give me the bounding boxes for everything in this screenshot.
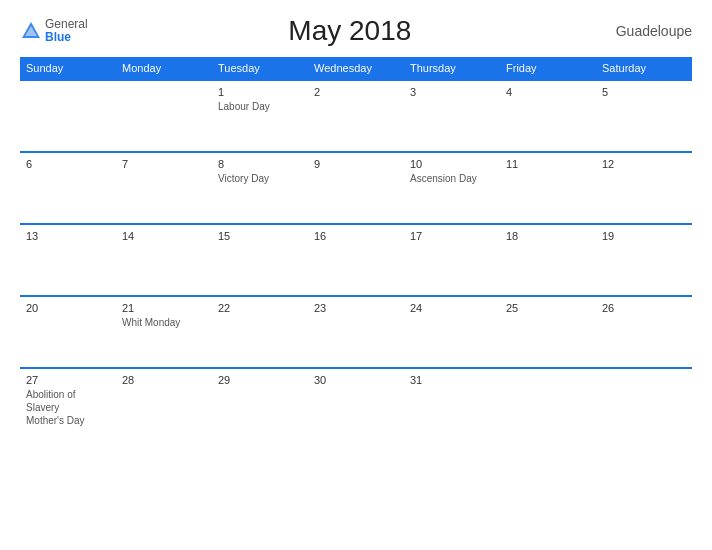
day-number: 6 [26, 158, 110, 170]
day-number: 8 [218, 158, 302, 170]
day-cell: 16 [308, 224, 404, 296]
day-number: 16 [314, 230, 398, 242]
day-cell: 25 [500, 296, 596, 368]
day-number: 26 [602, 302, 686, 314]
logo: General Blue [20, 18, 88, 44]
day-cell [116, 80, 212, 152]
col-friday: Friday [500, 57, 596, 80]
days-header-row: Sunday Monday Tuesday Wednesday Thursday… [20, 57, 692, 80]
day-number: 11 [506, 158, 590, 170]
day-cell: 7 [116, 152, 212, 224]
day-number: 3 [410, 86, 494, 98]
day-cell: 28 [116, 368, 212, 440]
day-number: 27 [26, 374, 110, 386]
logo-blue: Blue [45, 31, 88, 44]
week-row-3: 2021Whit Monday2223242526 [20, 296, 692, 368]
day-number: 4 [506, 86, 590, 98]
holiday-label: Abolition of Slavery [26, 388, 110, 414]
holiday-label: Mother's Day [26, 414, 110, 427]
day-cell: 17 [404, 224, 500, 296]
day-number: 31 [410, 374, 494, 386]
col-sunday: Sunday [20, 57, 116, 80]
day-cell: 21Whit Monday [116, 296, 212, 368]
day-number: 18 [506, 230, 590, 242]
day-cell: 9 [308, 152, 404, 224]
day-cell: 24 [404, 296, 500, 368]
day-cell: 12 [596, 152, 692, 224]
day-cell: 14 [116, 224, 212, 296]
day-cell: 11 [500, 152, 596, 224]
day-number: 5 [602, 86, 686, 98]
day-cell: 10Ascension Day [404, 152, 500, 224]
day-cell: 20 [20, 296, 116, 368]
country-label: Guadeloupe [612, 23, 692, 39]
day-number: 20 [26, 302, 110, 314]
calendar-body: 1Labour Day2345678Victory Day910Ascensio… [20, 80, 692, 440]
day-cell: 18 [500, 224, 596, 296]
day-cell: 2 [308, 80, 404, 152]
day-cell: 30 [308, 368, 404, 440]
day-number: 30 [314, 374, 398, 386]
day-number: 1 [218, 86, 302, 98]
day-number: 19 [602, 230, 686, 242]
day-cell: 31 [404, 368, 500, 440]
day-cell: 23 [308, 296, 404, 368]
col-monday: Monday [116, 57, 212, 80]
holiday-label: Labour Day [218, 100, 302, 113]
day-number: 25 [506, 302, 590, 314]
day-number: 2 [314, 86, 398, 98]
day-number: 9 [314, 158, 398, 170]
day-number: 12 [602, 158, 686, 170]
day-number: 29 [218, 374, 302, 386]
holiday-label: Victory Day [218, 172, 302, 185]
day-cell [500, 368, 596, 440]
col-saturday: Saturday [596, 57, 692, 80]
day-cell [596, 368, 692, 440]
day-number: 10 [410, 158, 494, 170]
day-number: 13 [26, 230, 110, 242]
week-row-1: 678Victory Day910Ascension Day1112 [20, 152, 692, 224]
day-number: 21 [122, 302, 206, 314]
calendar-header: Sunday Monday Tuesday Wednesday Thursday… [20, 57, 692, 80]
day-cell: 22 [212, 296, 308, 368]
logo-icon [20, 20, 42, 42]
day-number: 14 [122, 230, 206, 242]
holiday-label: Ascension Day [410, 172, 494, 185]
page: General Blue May 2018 Guadeloupe Sunday … [0, 0, 712, 550]
day-cell: 6 [20, 152, 116, 224]
day-cell: 5 [596, 80, 692, 152]
day-cell: 26 [596, 296, 692, 368]
day-number: 23 [314, 302, 398, 314]
week-row-2: 13141516171819 [20, 224, 692, 296]
day-cell: 3 [404, 80, 500, 152]
day-number: 28 [122, 374, 206, 386]
day-number: 15 [218, 230, 302, 242]
calendar-title: May 2018 [88, 15, 612, 47]
calendar-table: Sunday Monday Tuesday Wednesday Thursday… [20, 57, 692, 440]
day-number: 17 [410, 230, 494, 242]
day-cell: 13 [20, 224, 116, 296]
col-tuesday: Tuesday [212, 57, 308, 80]
day-cell: 4 [500, 80, 596, 152]
day-cell: 27Abolition of SlaveryMother's Day [20, 368, 116, 440]
day-cell: 15 [212, 224, 308, 296]
header: General Blue May 2018 Guadeloupe [20, 15, 692, 47]
day-cell [20, 80, 116, 152]
day-cell: 1Labour Day [212, 80, 308, 152]
holiday-label: Whit Monday [122, 316, 206, 329]
day-number: 7 [122, 158, 206, 170]
logo-text: General Blue [45, 18, 88, 44]
day-number: 22 [218, 302, 302, 314]
day-number: 24 [410, 302, 494, 314]
week-row-4: 27Abolition of SlaveryMother's Day282930… [20, 368, 692, 440]
col-wednesday: Wednesday [308, 57, 404, 80]
col-thursday: Thursday [404, 57, 500, 80]
day-cell: 29 [212, 368, 308, 440]
day-cell: 8Victory Day [212, 152, 308, 224]
week-row-0: 1Labour Day2345 [20, 80, 692, 152]
day-cell: 19 [596, 224, 692, 296]
